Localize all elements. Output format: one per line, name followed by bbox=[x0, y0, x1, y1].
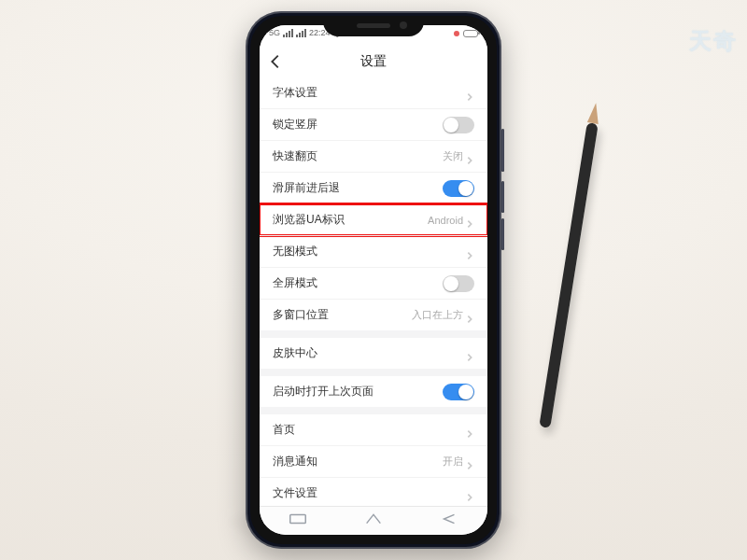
settings-row-swipe[interactable]: 滑屏前进后退 bbox=[260, 172, 487, 203]
chevron-right-icon bbox=[465, 216, 474, 225]
header: 设置 bbox=[260, 46, 487, 78]
settings-row-home[interactable]: 首页 bbox=[260, 414, 487, 445]
system-nav-bar bbox=[260, 506, 487, 535]
signal-icon bbox=[283, 29, 293, 37]
toggle-swipe[interactable] bbox=[443, 180, 474, 197]
settings-row-fastpage[interactable]: 快速翻页关闭 bbox=[260, 140, 487, 172]
settings-row-ua[interactable]: 浏览器UA标识Android bbox=[260, 203, 487, 235]
toggle-fullscreen[interactable] bbox=[443, 275, 474, 292]
settings-row-restore[interactable]: 启动时打开上次页面 bbox=[260, 376, 487, 407]
row-label: 文件设置 bbox=[273, 485, 465, 501]
row-label: 无图模式 bbox=[273, 244, 465, 259]
chevron-right-icon bbox=[465, 457, 474, 467]
row-label: 全屏模式 bbox=[273, 275, 443, 291]
row-label: 皮肤中心 bbox=[273, 345, 465, 361]
nav-back-button[interactable] bbox=[439, 511, 459, 530]
volume-up-button bbox=[501, 181, 504, 213]
chevron-right-icon bbox=[465, 89, 474, 98]
row-label: 快速翻页 bbox=[273, 148, 443, 164]
row-value: 入口在上方 bbox=[412, 308, 463, 322]
settings-group: 启动时打开上次页面 bbox=[260, 376, 487, 407]
toggle-restore[interactable] bbox=[443, 384, 474, 400]
row-label: 多窗口位置 bbox=[273, 307, 412, 323]
page-title: 设置 bbox=[260, 53, 487, 70]
settings-row-notify[interactable]: 消息通知开启 bbox=[260, 445, 487, 477]
settings-row-skin[interactable]: 皮肤中心 bbox=[260, 338, 487, 369]
chevron-right-icon bbox=[465, 349, 474, 358]
screen: 5G 22:24 Q 设置 字体设置锁定 bbox=[260, 25, 487, 535]
watermark: 天奇 bbox=[689, 26, 738, 56]
settings-row-noimg[interactable]: 无图模式 bbox=[260, 235, 487, 267]
settings-row-files[interactable]: 文件设置 bbox=[260, 477, 487, 507]
carrier-icon: 5G bbox=[269, 28, 280, 37]
row-label: 滑屏前进后退 bbox=[273, 180, 443, 196]
battery-icon bbox=[463, 30, 478, 37]
row-label: 锁定竖屏 bbox=[273, 117, 443, 133]
signal-icon-2 bbox=[296, 29, 306, 37]
chevron-right-icon bbox=[465, 311, 474, 320]
phone-frame: 5G 22:24 Q 设置 字体设置锁定 bbox=[246, 11, 501, 549]
row-value: Android bbox=[428, 215, 463, 226]
settings-group: 字体设置锁定竖屏快速翻页关闭滑屏前进后退浏览器UA标识Android无图模式全屏… bbox=[260, 77, 487, 330]
settings-row-multiwin[interactable]: 多窗口位置入口在上方 bbox=[260, 299, 487, 330]
settings-row-lock[interactable]: 锁定竖屏 bbox=[260, 108, 487, 140]
settings-group: 皮肤中心 bbox=[260, 338, 487, 369]
settings-row-font[interactable]: 字体设置 bbox=[260, 77, 487, 108]
recording-indicator-icon bbox=[454, 31, 459, 36]
row-label: 消息通知 bbox=[273, 454, 443, 469]
volume-down-button bbox=[501, 218, 504, 250]
display-notch bbox=[323, 16, 424, 36]
chevron-right-icon bbox=[465, 426, 474, 435]
settings-group: 首页消息通知开启文件设置 bbox=[260, 414, 487, 507]
chevron-right-icon bbox=[465, 247, 474, 257]
row-label: 启动时打开上次页面 bbox=[273, 384, 443, 399]
row-label: 浏览器UA标识 bbox=[273, 212, 428, 228]
settings-row-fullscreen[interactable]: 全屏模式 bbox=[260, 267, 487, 299]
svg-rect-0 bbox=[289, 514, 305, 523]
nav-home-button[interactable] bbox=[363, 511, 384, 530]
row-label: 字体设置 bbox=[273, 85, 465, 101]
row-value: 关闭 bbox=[443, 149, 463, 163]
row-value: 开启 bbox=[443, 455, 463, 469]
power-button bbox=[501, 129, 504, 172]
toggle-lock[interactable] bbox=[443, 117, 474, 133]
chevron-right-icon bbox=[465, 489, 474, 498]
row-label: 首页 bbox=[273, 422, 465, 438]
settings-list[interactable]: 字体设置锁定竖屏快速翻页关闭滑屏前进后退浏览器UA标识Android无图模式全屏… bbox=[260, 77, 487, 507]
chevron-right-icon bbox=[465, 152, 474, 161]
nav-recent-button[interactable] bbox=[288, 511, 308, 530]
